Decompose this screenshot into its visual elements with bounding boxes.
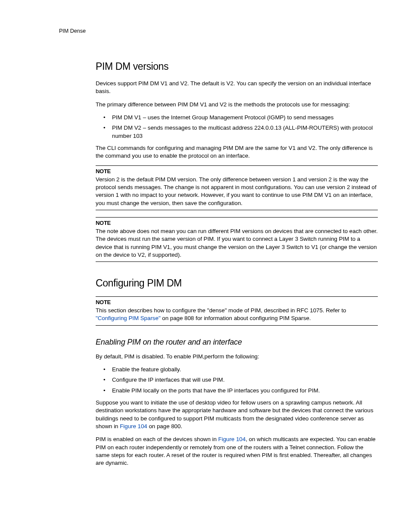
paragraph: The CLI commands for configuring and man…	[96, 144, 378, 160]
note-text: on page 808 for information about config…	[161, 315, 311, 321]
page: PIM Dense PIM DM versions Devices suppor…	[0, 0, 411, 532]
subheading-enabling-pim: Enabling PIM on the router and an interf…	[96, 337, 378, 348]
paragraph: The primary difference between PIM DM V1…	[96, 101, 378, 109]
paragraph: Devices support PIM DM V1 and V2. The de…	[96, 80, 378, 96]
heading-pim-dm-versions: PIM DM versions	[96, 60, 378, 74]
note-label: NOTE	[96, 219, 378, 227]
link-figure-104[interactable]: Figure 104	[218, 436, 246, 442]
note-body: This section describes how to configure …	[96, 307, 378, 323]
list-item: PIM DM V1 – uses the Internet Group Mana…	[96, 114, 378, 121]
text: PIM is enabled on each of the devices sh…	[96, 436, 218, 442]
note-block: NOTE The note above does not mean you ca…	[96, 217, 378, 262]
note-label: NOTE	[96, 299, 378, 306]
bullet-list: Enable the feature globally. Configure t…	[96, 366, 378, 395]
note-body: The note above does not mean you can run…	[96, 227, 378, 259]
note-block: NOTE This section describes how to confi…	[96, 296, 378, 326]
note-body: Version 2 is the default PIM DM version.…	[96, 176, 378, 207]
note-block: NOTE Version 2 is the default PIM DM ver…	[96, 165, 378, 210]
list-item: Enable PIM locally on the ports that hav…	[96, 387, 378, 395]
note-label: NOTE	[96, 168, 378, 175]
list-item: Configure the IP interfaces that will us…	[96, 376, 378, 384]
list-item: PIM DM V2 – sends messages to the multic…	[96, 124, 378, 140]
list-item: Enable the feature globally.	[96, 366, 378, 373]
heading-configuring-pim-dm: Configuring PIM DM	[96, 277, 378, 290]
bullet-list: PIM DM V1 – uses the Internet Group Mana…	[96, 114, 378, 140]
text: on page 800.	[147, 423, 182, 429]
paragraph: By default, PIM is disabled. To enable P…	[96, 353, 378, 361]
content-column: PIM DM versions Devices support PIM DM V…	[96, 60, 378, 467]
link-figure-104[interactable]: Figure 104	[120, 423, 147, 429]
paragraph: Suppose you want to initiate the use of …	[96, 399, 378, 430]
running-head: PIM Dense	[59, 28, 385, 35]
paragraph: PIM is enabled on each of the devices sh…	[96, 436, 378, 467]
note-text: This section describes how to configure …	[96, 307, 346, 314]
link-configuring-pim-sparse[interactable]: "Configuring PIM Sparse"	[96, 315, 161, 321]
